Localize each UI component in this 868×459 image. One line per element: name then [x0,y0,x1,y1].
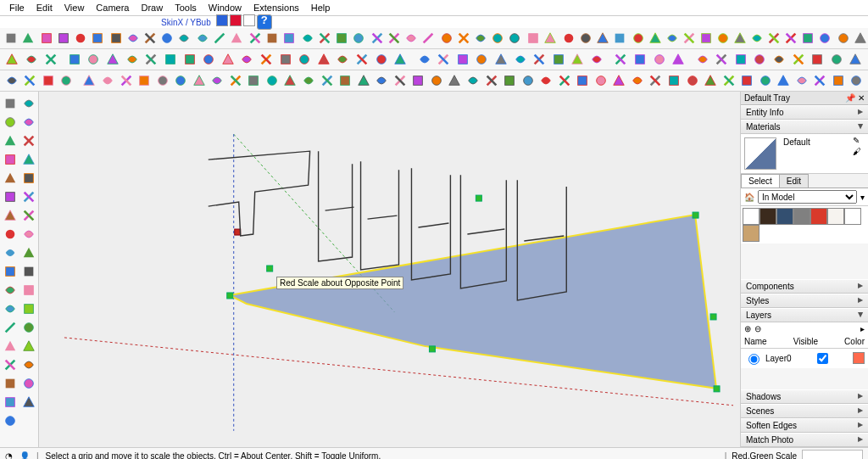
b42-icon[interactable] [809,50,826,69]
eraser-icon[interactable] [2,132,19,149]
follow-icon[interactable] [212,29,227,48]
c29-icon[interactable] [520,71,537,90]
credits-icon[interactable]: 👤 [19,451,30,460]
c33-icon[interactable] [593,71,609,90]
c36-icon[interactable] [648,71,665,90]
menu-view[interactable]: View [58,2,91,14]
c43-icon[interactable] [775,71,792,90]
b11-icon[interactable] [200,50,218,69]
b28-icon[interactable] [531,50,548,69]
side-icon[interactable] [490,29,505,48]
home-icon[interactable]: 🏠 [744,193,754,202]
material-library-select[interactable]: In Model [758,190,857,204]
material-swatch[interactable] [743,225,760,242]
tray-pin-icon[interactable]: 📌 ✕ [845,93,865,103]
b24-icon[interactable] [453,50,471,69]
sel2-icon[interactable] [317,29,332,48]
pan-icon[interactable] [387,29,402,48]
b37-icon[interactable] [713,50,731,69]
hidden-icon[interactable] [612,29,627,48]
a4-icon[interactable] [682,29,697,48]
a3-icon[interactable] [665,29,680,48]
b18-icon[interactable] [334,50,352,69]
c39-icon[interactable] [702,71,719,90]
add-layer-icon[interactable]: ⊕ [744,324,751,333]
sample-paint-icon[interactable]: 🖌 [853,147,866,156]
look-icon[interactable] [20,338,37,355]
menu-extensions[interactable]: Extensions [248,2,305,14]
dim-icon[interactable] [20,132,37,149]
c4-icon[interactable] [58,71,75,90]
prot-icon[interactable] [20,95,37,112]
b9-icon[interactable] [162,50,180,69]
b3-icon[interactable] [42,50,59,69]
menu-edit[interactable]: Edit [31,2,58,14]
c41-icon[interactable] [738,71,755,90]
cursor-icon[interactable] [2,95,19,112]
c30-icon[interactable] [537,71,554,90]
b27-icon[interactable] [511,50,529,69]
b25-icon[interactable] [473,50,491,69]
material-swatch[interactable] [844,208,861,225]
push-icon[interactable] [195,29,210,48]
c44-icon[interactable] [793,71,810,90]
c10-icon[interactable] [172,71,189,90]
c5-icon[interactable] [81,71,98,90]
b29-icon[interactable] [550,50,568,69]
play-icon[interactable] [216,14,228,26]
c35-icon[interactable] [629,71,646,90]
tab-select[interactable]: Select [741,174,780,188]
a1-icon[interactable] [631,29,646,48]
b38-icon[interactable] [732,50,749,69]
menu-draw[interactable]: Draw [135,2,169,14]
b39-icon[interactable] [751,50,769,69]
move-icon[interactable] [2,356,19,373]
pencil-icon[interactable] [39,29,54,48]
record-icon[interactable] [230,14,242,26]
back-icon[interactable] [507,29,522,48]
b43-icon[interactable] [827,50,845,69]
panel-match-photo[interactable]: Match Photo [741,433,868,447]
layer-active-radio[interactable] [748,354,760,365]
c27-icon[interactable] [483,71,500,90]
layer-row[interactable]: Layer0 [741,349,868,368]
b1-icon[interactable] [3,50,21,69]
b2-icon[interactable] [23,50,41,69]
a8-icon[interactable] [749,29,765,48]
c42-icon[interactable] [757,71,774,90]
rotate-icon[interactable] [2,375,19,392]
c46-icon[interactable] [830,71,847,90]
c9-icon[interactable] [154,71,171,90]
a12-icon[interactable] [817,29,832,48]
cursor-icon[interactable] [3,29,19,48]
c2-icon[interactable] [22,71,39,90]
zoom-icon[interactable] [20,226,37,243]
dims-icon[interactable] [142,29,158,48]
panel-components[interactable]: Components [741,279,868,294]
c40-icon[interactable] [721,71,737,90]
b10-icon[interactable] [181,50,198,69]
a9-icon[interactable] [766,29,782,48]
panel-scenes[interactable]: Scenes [741,404,868,418]
geolocation-icon[interactable]: ◔ [5,451,13,460]
panel-materials[interactable]: Materials [741,120,868,134]
c26-icon[interactable] [465,71,481,90]
panel-shadows[interactable]: Shadows [741,389,868,404]
c24-icon[interactable] [428,71,445,90]
b14-icon[interactable] [258,50,275,69]
tray-header[interactable]: Default Tray 📌 ✕ [741,92,868,105]
material-swatch[interactable] [810,208,827,225]
c16-icon[interactable] [282,71,299,90]
material-swatch[interactable] [743,208,760,225]
b7-icon[interactable] [123,50,141,69]
sand1-icon[interactable] [20,375,37,392]
layer-menu-icon[interactable]: ▸ [860,324,865,333]
b34-icon[interactable] [650,50,668,69]
c1-icon[interactable] [3,71,20,90]
sel1-icon[interactable] [300,29,315,48]
axis-icon[interactable] [20,151,37,168]
b36-icon[interactable] [693,50,711,69]
a11-icon[interactable] [800,29,815,48]
b12-icon[interactable] [219,50,236,69]
b16-icon[interactable] [296,50,314,69]
